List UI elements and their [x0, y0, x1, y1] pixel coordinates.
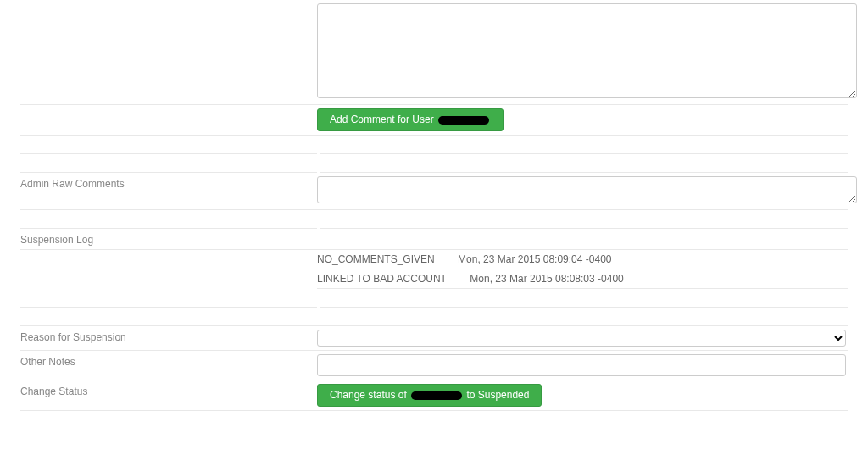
change-status-label: Change Status	[20, 384, 317, 397]
redacted-username	[411, 391, 462, 400]
log-time: Mon, 23 Mar 2015 08:08:03 -0400	[470, 273, 623, 285]
change-status-button-prefix: Change status of	[330, 390, 409, 402]
log-time: Mon, 23 Mar 2015 08:09:04 -0400	[458, 253, 611, 265]
comment-textarea[interactable]	[317, 3, 857, 98]
suspension-log-entry: LINKED TO BAD ACCOUNT Mon, 23 Mar 2015 0…	[317, 269, 848, 289]
change-status-button-suffix: to Suspended	[464, 390, 529, 402]
reason-for-suspension-label: Reason for Suspension	[20, 330, 317, 343]
suspension-log-label: Suspension Log	[20, 232, 317, 246]
reason-for-suspension-select[interactable]	[317, 330, 846, 347]
add-comment-button[interactable]: Add Comment for User	[317, 108, 504, 131]
change-status-button[interactable]: Change status of to Suspended	[317, 384, 542, 407]
comment-label	[20, 3, 317, 5]
admin-raw-comments-textarea[interactable]	[317, 176, 857, 203]
other-notes-input[interactable]	[317, 354, 846, 376]
log-reason: LINKED TO BAD ACCOUNT	[317, 273, 447, 285]
redacted-username	[438, 116, 489, 125]
admin-raw-comments-label: Admin Raw Comments	[20, 176, 317, 190]
suspension-log-entry: NO_COMMENTS_GIVEN Mon, 23 Mar 2015 08:09…	[317, 250, 848, 269]
add-comment-button-prefix: Add Comment for User	[330, 114, 437, 125]
other-notes-label: Other Notes	[20, 354, 317, 368]
log-reason: NO_COMMENTS_GIVEN	[317, 253, 435, 265]
